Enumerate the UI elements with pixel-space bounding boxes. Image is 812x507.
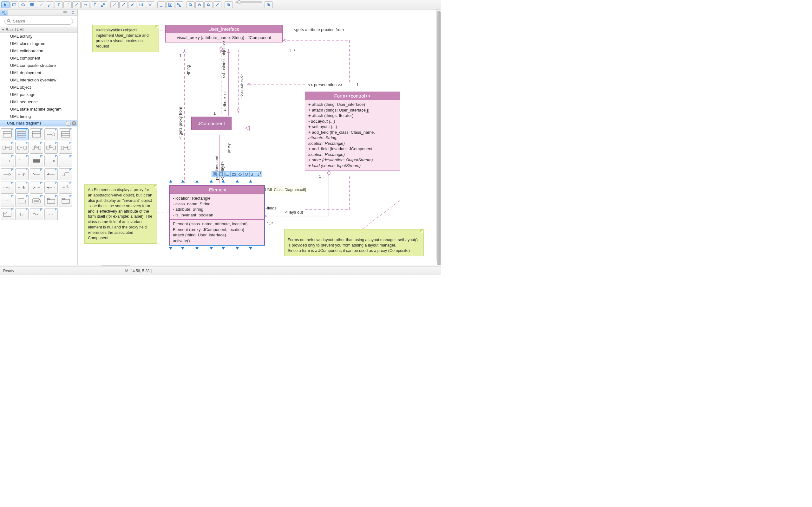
connector-tool-4[interactable] <box>72 1 81 8</box>
shape-connector[interactable] <box>59 168 72 180</box>
shape-frame[interactable] <box>1 208 14 220</box>
zoom-slider[interactable] <box>235 1 262 3</box>
lib-item[interactable]: UML class diagram <box>0 40 78 47</box>
selection-handle[interactable] <box>222 247 225 250</box>
connector-tool-7[interactable] <box>99 1 107 8</box>
lib-item[interactable]: UML deployment <box>0 69 78 76</box>
shape-arrow-4[interactable] <box>44 155 58 167</box>
shape-note-text[interactable] <box>30 195 43 207</box>
shape-compose[interactable] <box>44 168 58 180</box>
connector-tool-1[interactable] <box>46 1 54 8</box>
shape-aggregate[interactable] <box>30 168 43 180</box>
section-bar[interactable]: UML class diagrams ▫ ✕ <box>0 120 78 126</box>
shape-class-2[interactable] <box>15 128 29 140</box>
align-tool-1[interactable] <box>157 1 165 8</box>
connector-tool-6[interactable] <box>90 1 98 8</box>
line-tool[interactable] <box>37 1 45 8</box>
picker-tool[interactable] <box>213 1 221 8</box>
search-input[interactable] <box>4 18 73 25</box>
lib-item[interactable]: UML interaction overview <box>0 76 78 83</box>
shape-package-1[interactable] <box>44 195 58 207</box>
lib-item[interactable]: UML component <box>0 55 78 62</box>
shape-dep-3[interactable] <box>30 181 43 193</box>
cursor-tool[interactable] <box>1 1 9 8</box>
selection-handle[interactable] <box>222 180 225 182</box>
qa-connector2-icon[interactable] <box>256 171 262 177</box>
shape-assoc-3[interactable]: 1 <box>30 142 43 154</box>
shape-arrow-3[interactable] <box>30 155 43 167</box>
shape-generalize[interactable] <box>1 168 14 180</box>
zoom-tool[interactable] <box>187 1 195 8</box>
selection-handle[interactable] <box>236 180 239 182</box>
zoom-out-button[interactable] <box>224 1 233 8</box>
shape-class-3[interactable] <box>30 128 43 140</box>
class-user-interface[interactable]: User_interface visual_proxy (attribute_n… <box>165 25 283 43</box>
shape-class-1[interactable] <box>1 128 14 140</box>
connector-tool-3[interactable] <box>63 1 72 8</box>
shape-stereotype[interactable]: « » <box>44 208 58 220</box>
qa-package-icon[interactable] <box>231 171 237 177</box>
qa-notes-icon[interactable] <box>212 171 218 177</box>
shape-dep-4[interactable] <box>44 181 58 193</box>
lib-item[interactable]: UML package <box>0 91 78 98</box>
edit-tool-5[interactable] <box>146 1 154 8</box>
lib-item[interactable]: UML collaboration <box>0 47 78 55</box>
lib-item[interactable]: UML composite structure <box>0 62 78 69</box>
shape-assoc-4[interactable]: 1 * <box>44 142 58 154</box>
class-form[interactable]: Form<<control>> + attach (thing: User_in… <box>305 92 400 170</box>
stamp-tool[interactable] <box>204 1 212 8</box>
shape-note[interactable] <box>15 195 29 207</box>
connector-tool-2[interactable] <box>55 1 63 8</box>
selection-handle[interactable] <box>169 247 172 250</box>
class-element[interactable]: -Element - location: Rectangle - class_n… <box>169 185 264 245</box>
shape-realize[interactable] <box>15 168 29 180</box>
shape-dep-2[interactable] <box>15 181 29 193</box>
zoom-slider-thumb[interactable] <box>237 0 241 4</box>
selection-handle[interactable] <box>195 180 199 182</box>
shape-text[interactable]: Text <box>30 208 43 220</box>
shape-constraint[interactable]: { } <box>15 208 29 220</box>
table-tool[interactable] <box>28 1 36 8</box>
lib-item[interactable]: UML timing <box>0 113 78 120</box>
note-form[interactable]: Forms do their own layout rather than us… <box>284 229 424 257</box>
shape-assoc-2[interactable] <box>15 142 29 154</box>
qa-list-icon[interactable] <box>218 171 224 177</box>
selection-handle[interactable] <box>210 180 213 182</box>
list-view-icon[interactable] <box>61 10 69 15</box>
hand-tool[interactable] <box>195 1 204 8</box>
ellipse-tool[interactable] <box>19 1 27 8</box>
selection-handle[interactable] <box>236 247 239 250</box>
note-element[interactable]: An Element can display a proxy for an ab… <box>84 184 157 244</box>
lib-item[interactable]: UML state machine diagram <box>0 106 78 113</box>
shape-package-2[interactable] <box>59 195 72 207</box>
shape-dep-1[interactable] <box>1 181 14 193</box>
shape-arrow-5[interactable] <box>59 155 72 167</box>
edit-tool-1[interactable] <box>110 1 119 8</box>
shape-assoc-5[interactable] <box>59 142 72 154</box>
shape-dep-5[interactable]: 1* <box>59 181 72 193</box>
vertical-scrollbar[interactable] <box>436 9 441 261</box>
lib-item[interactable]: UML object <box>0 83 78 91</box>
lib-item[interactable]: UML sequence <box>0 98 78 106</box>
class-jcomponent[interactable]: JComponent <box>191 117 232 130</box>
selection-handle[interactable] <box>169 180 172 182</box>
shape-arrow-2[interactable]: 1 <box>15 155 29 167</box>
selection-handle[interactable] <box>195 247 199 250</box>
shape-arrow-1[interactable] <box>1 155 14 167</box>
note-displayable[interactable]: <<displayable>>objects implement User_in… <box>92 25 159 52</box>
lib-item[interactable]: UML activity <box>0 33 78 40</box>
shape-assoc-1[interactable] <box>1 142 14 154</box>
shape-note-link[interactable] <box>1 195 14 207</box>
shape-interface-lollipop[interactable] <box>44 128 58 140</box>
sidebar-search-icon[interactable] <box>69 10 78 15</box>
edit-tool-4[interactable] <box>137 1 145 8</box>
selection-handle[interactable] <box>181 180 184 182</box>
align-tool-2[interactable] <box>166 1 174 8</box>
qa-circle-icon[interactable] <box>243 171 250 177</box>
section-save-icon[interactable]: ▫ <box>66 121 70 125</box>
edit-tool-3[interactable] <box>128 1 136 8</box>
vertical-scroll-thumb[interactable] <box>437 11 441 268</box>
selection-handle[interactable] <box>249 180 252 182</box>
qa-class-icon[interactable] <box>224 171 231 177</box>
connector-tool-5[interactable] <box>81 1 90 8</box>
